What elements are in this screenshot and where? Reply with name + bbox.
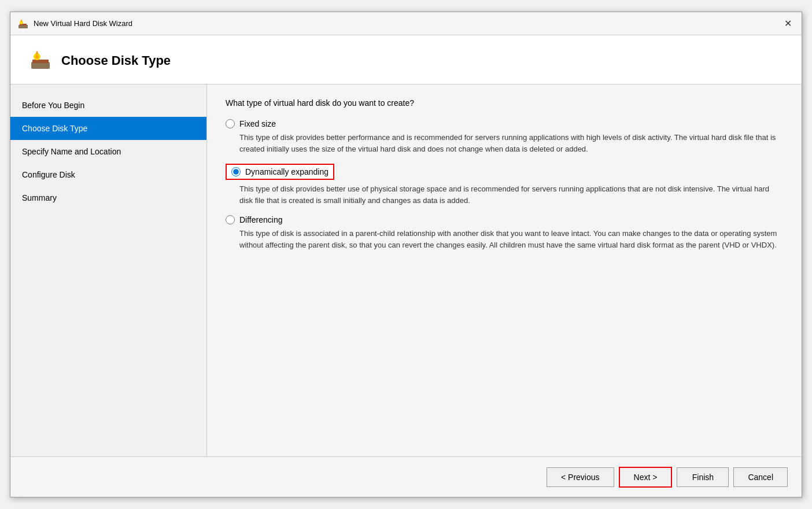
sidebar: Before You Begin Choose Disk Type Specif… xyxy=(10,84,207,456)
svg-rect-5 xyxy=(32,60,49,63)
wizard-window: New Virtual Hard Disk Wizard ✕ Choose Di… xyxy=(10,12,802,497)
svg-point-8 xyxy=(35,55,39,58)
close-button[interactable]: ✕ xyxy=(781,17,795,31)
sidebar-item-configure-disk[interactable]: Configure Disk xyxy=(10,163,206,186)
differencing-label-row: Differencing xyxy=(226,215,783,224)
title-bar-text: New Virtual Hard Disk Wizard xyxy=(34,19,132,28)
differencing-label[interactable]: Differencing xyxy=(239,215,282,224)
header-area: Choose Disk Type xyxy=(10,35,802,84)
differencing-radio[interactable] xyxy=(226,215,235,224)
sidebar-item-summary[interactable]: Summary xyxy=(10,186,206,209)
cancel-button[interactable]: Cancel xyxy=(733,467,788,487)
fixed-size-option: Fixed size This type of disk provides be… xyxy=(226,119,783,154)
sidebar-item-specify-name-location[interactable]: Specify Name and Location xyxy=(10,140,206,163)
previous-button[interactable]: < Previous xyxy=(547,467,614,487)
fixed-size-desc: This type of disk provides better perfor… xyxy=(239,132,783,154)
svg-marker-7 xyxy=(36,50,39,54)
main-content: Before You Begin Choose Disk Type Specif… xyxy=(10,84,802,456)
fixed-size-radio[interactable] xyxy=(226,119,235,128)
header-icon xyxy=(29,49,52,72)
differencing-desc: This type of disk is associated in a par… xyxy=(239,228,783,250)
dynamically-expanding-option: Dynamically expanding This type of disk … xyxy=(226,164,783,206)
dynamically-expanding-radio[interactable] xyxy=(231,167,241,176)
wizard-icon xyxy=(17,18,29,29)
dynamically-expanding-desc: This type of disk provides better use of… xyxy=(239,183,783,206)
fixed-size-label[interactable]: Fixed size xyxy=(239,119,276,128)
sidebar-item-before-you-begin[interactable]: Before You Begin xyxy=(10,94,206,117)
dynamically-expanding-label-row: Dynamically expanding xyxy=(226,164,334,180)
svg-point-2 xyxy=(20,21,23,24)
page-title: Choose Disk Type xyxy=(61,53,171,68)
svg-marker-3 xyxy=(21,19,23,21)
finish-button[interactable]: Finish xyxy=(677,467,729,487)
sidebar-item-choose-disk-type[interactable]: Choose Disk Type xyxy=(10,117,206,140)
differencing-option: Differencing This type of disk is associ… xyxy=(226,215,783,250)
title-bar-left: New Virtual Hard Disk Wizard xyxy=(17,18,132,29)
title-bar: New Virtual Hard Disk Wizard ✕ xyxy=(10,12,802,35)
question-text: What type of virtual hard disk do you wa… xyxy=(226,98,783,108)
content-area: What type of virtual hard disk do you wa… xyxy=(207,84,802,456)
dynamically-expanding-label[interactable]: Dynamically expanding xyxy=(245,167,329,176)
next-button[interactable]: Next > xyxy=(619,467,673,488)
footer: < Previous Next > Finish Cancel xyxy=(10,456,802,497)
disk-type-options: Fixed size This type of disk provides be… xyxy=(226,119,783,260)
fixed-size-label-row: Fixed size xyxy=(226,119,783,128)
